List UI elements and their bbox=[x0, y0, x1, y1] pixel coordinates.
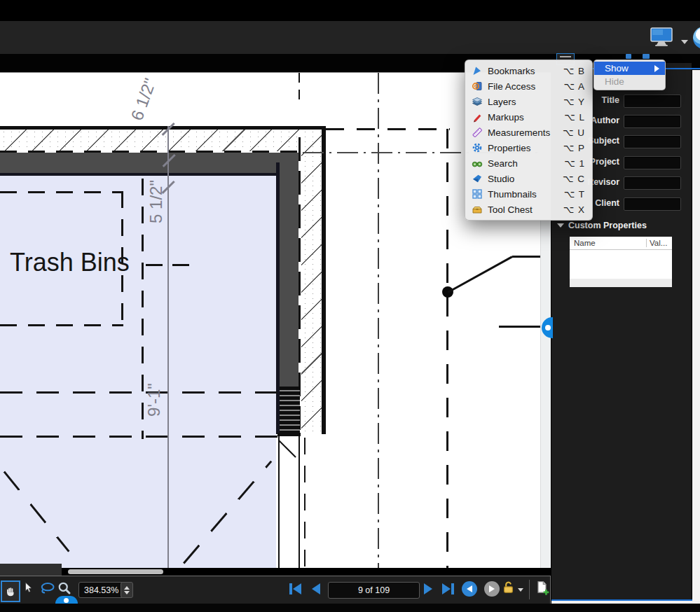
add-page-icon bbox=[535, 580, 549, 597]
submenu-item-hide[interactable]: Hide bbox=[594, 75, 665, 88]
dashed-line-top-right bbox=[326, 128, 450, 130]
dashed-line-lower bbox=[0, 436, 277, 438]
menu-item-layers[interactable]: Layers ⌥ Y bbox=[465, 94, 592, 109]
previous-page-button[interactable] bbox=[312, 583, 320, 594]
table-footer-strip bbox=[570, 279, 672, 287]
lock-caret-icon[interactable] bbox=[518, 588, 523, 592]
bookmark-icon bbox=[471, 65, 483, 77]
bin-dash-divider bbox=[142, 179, 144, 439]
wall-stripe-block bbox=[280, 387, 300, 433]
custom-properties-header[interactable]: Custom Properties bbox=[557, 221, 647, 230]
column-value: Val... bbox=[646, 239, 672, 247]
wall-bottom-cap bbox=[277, 433, 301, 436]
bin-dash-top bbox=[0, 191, 123, 193]
menu-item-measurements[interactable]: Measurements ⌥ U bbox=[465, 125, 592, 140]
toggle-bar-icon bbox=[560, 56, 571, 57]
wall-lower-line-left bbox=[278, 436, 280, 568]
grid-stub-line bbox=[298, 73, 300, 105]
table-header-row: Name Val... bbox=[570, 237, 672, 250]
custom-properties-title: Custom Properties bbox=[568, 221, 647, 230]
top-toolbar bbox=[0, 21, 700, 54]
dimension-label-ledge: 5 1/2" bbox=[146, 170, 166, 233]
bin-dash-seg-b bbox=[172, 264, 189, 266]
wall-top-hatch bbox=[0, 130, 322, 151]
peek-dot-icon bbox=[64, 598, 69, 603]
show-hide-submenu: Show Hide bbox=[593, 60, 666, 90]
wall-right-hatch bbox=[301, 130, 322, 434]
tool-chest-icon bbox=[471, 204, 483, 216]
file-access-icon bbox=[471, 81, 483, 92]
wall-right-outer-line bbox=[322, 126, 326, 434]
zoom-level-field[interactable]: 384.53% bbox=[78, 582, 125, 598]
wall-right-gray-band bbox=[280, 153, 298, 387]
menu-item-bookmarks[interactable]: Bookmarks ⌥ B bbox=[465, 63, 592, 78]
horizontal-scrollbar-thumb[interactable] bbox=[68, 569, 163, 574]
stepper-up-icon bbox=[124, 586, 130, 590]
submenu-arrow-icon bbox=[654, 65, 659, 72]
markups-icon bbox=[471, 111, 483, 123]
callout-leader-horizontal bbox=[512, 256, 541, 258]
title-input[interactable] bbox=[624, 95, 681, 108]
menu-item-studio[interactable]: Studio ⌥ C bbox=[465, 171, 592, 186]
dimension-label-room: 9'-1" bbox=[144, 368, 164, 431]
wall-top-inner-line bbox=[0, 173, 278, 176]
app-window: { "colors": { "accent": "#2f86d6", "menu… bbox=[0, 0, 700, 612]
toolbar-separator bbox=[529, 580, 530, 599]
collapse-triangle-icon bbox=[557, 223, 564, 228]
next-page-button[interactable] bbox=[424, 583, 432, 594]
menu-item-markups[interactable]: Markups ⌥ L bbox=[465, 109, 592, 125]
submenu-item-show[interactable]: Show bbox=[594, 62, 665, 75]
window-right-strip bbox=[692, 70, 700, 601]
display-mode-caret-icon[interactable] bbox=[681, 40, 688, 44]
layers-icon bbox=[471, 96, 483, 108]
pan-tool-button[interactable] bbox=[1, 580, 20, 602]
callout-leader-diagonal bbox=[447, 256, 512, 293]
client-input[interactable] bbox=[624, 197, 681, 211]
monitor-icon bbox=[649, 27, 677, 48]
dashed-line-upper bbox=[0, 391, 277, 394]
room-highlight-fill bbox=[0, 175, 276, 568]
column-name: Name bbox=[570, 239, 646, 247]
wall-lower-diagonal bbox=[278, 440, 296, 457]
menu-item-properties[interactable]: Properties ⌥ P bbox=[465, 140, 592, 155]
search-icon bbox=[471, 158, 483, 169]
previous-view-button[interactable] bbox=[462, 581, 477, 597]
lasso-tool-button[interactable] bbox=[39, 582, 55, 597]
wall-lower-line-right bbox=[298, 436, 300, 568]
clipped-panel-icon bbox=[643, 54, 650, 59]
next-view-button[interactable] bbox=[484, 581, 500, 597]
zoom-stepper[interactable] bbox=[121, 582, 133, 598]
custom-properties-table[interactable]: Name Val... bbox=[570, 237, 672, 287]
menu-item-search[interactable]: Search ⌥ 1 bbox=[465, 155, 592, 171]
tool-flyout-peek[interactable] bbox=[55, 596, 78, 604]
subject-input[interactable] bbox=[624, 135, 681, 148]
thumbnails-icon bbox=[471, 188, 483, 200]
page-indicator-field[interactable]: 9 of 109 bbox=[328, 582, 420, 599]
menu-item-file-access[interactable]: File Access ⌥ A bbox=[465, 78, 592, 94]
window-titlebar bbox=[0, 0, 700, 21]
lasso-icon bbox=[39, 582, 55, 594]
author-input[interactable] bbox=[624, 115, 681, 128]
cursor-icon bbox=[22, 581, 35, 594]
app-logo-icon[interactable] bbox=[693, 27, 700, 49]
project-input[interactable] bbox=[624, 156, 681, 169]
first-page-button[interactable] bbox=[289, 583, 301, 594]
measurements-icon bbox=[471, 127, 483, 139]
callout-line-lower bbox=[499, 326, 541, 328]
lock-button[interactable] bbox=[502, 580, 515, 597]
revisor-input[interactable] bbox=[624, 176, 681, 190]
room-label: Trash Bins bbox=[10, 248, 130, 277]
insert-page-button[interactable] bbox=[535, 580, 549, 599]
hand-icon bbox=[5, 586, 16, 597]
centerline-vertical bbox=[378, 73, 379, 568]
scrollbar-corner-block bbox=[0, 564, 62, 576]
stepper-down-icon bbox=[124, 591, 130, 594]
panels-context-menu: Bookmarks ⌥ B File Access ⌥ A Layers ⌥ Y… bbox=[465, 60, 593, 221]
select-tool-button[interactable] bbox=[22, 581, 35, 597]
menu-item-thumbnails[interactable]: Thumbnails ⌥ T bbox=[465, 186, 592, 202]
last-page-button[interactable] bbox=[442, 583, 454, 594]
menu-item-tool-chest[interactable]: Tool Chest ⌥ X bbox=[465, 202, 592, 217]
dashed-line-vertical-right bbox=[446, 129, 448, 568]
display-mode-button[interactable] bbox=[649, 27, 677, 48]
wall-lower-dashed-line bbox=[304, 438, 306, 568]
